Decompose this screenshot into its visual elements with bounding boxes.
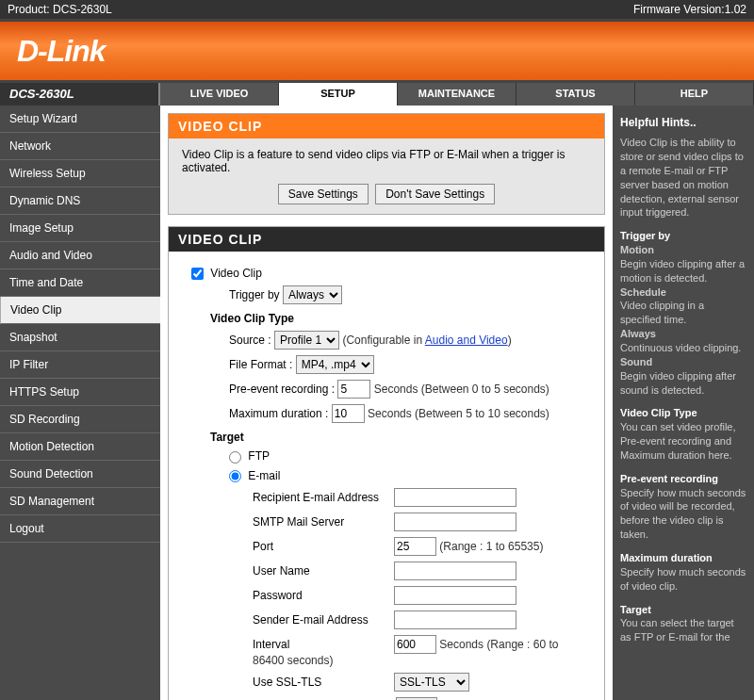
source-label: Source : xyxy=(229,334,271,347)
save-settings-button-top[interactable]: Save Settings xyxy=(278,184,369,204)
pre-event-input[interactable] xyxy=(337,380,370,399)
product-model: DCS-2630L xyxy=(53,3,112,16)
tab-maintenance[interactable]: MAINTENANCE xyxy=(398,83,516,106)
sidebar-item-sd-management[interactable]: SD Management xyxy=(0,488,160,515)
panel-intro: VIDEO CLIP Video Clip is a feature to se… xyxy=(168,113,605,215)
sidebar: Setup Wizard Network Wireless Setup Dyna… xyxy=(0,106,160,700)
banner: D-Link xyxy=(0,19,754,83)
target-email-radio[interactable] xyxy=(229,470,241,482)
target-ftp-label: FTP xyxy=(248,449,270,463)
source-select[interactable]: Profile 1 xyxy=(274,331,339,350)
trigger-by-label: Trigger by xyxy=(229,288,280,301)
ssl-label: Use SSL-TLS xyxy=(253,676,394,689)
port-hint: (Range : 1 to 65535) xyxy=(439,540,543,553)
sidebar-item-logout[interactable]: Logout xyxy=(0,515,160,543)
ssl-select[interactable]: SSL-TLS xyxy=(394,673,469,692)
port-input[interactable] xyxy=(394,537,436,556)
pre-event-hint: Seconds (Between 0 to 5 seconds) xyxy=(374,383,549,396)
sender-input[interactable] xyxy=(394,610,516,629)
panel-videoclip: VIDEO CLIP Video Clip Trigger by Always … xyxy=(168,226,605,700)
main: Setup Wizard Network Wireless Setup Dyna… xyxy=(0,106,754,700)
video-clip-checkbox[interactable] xyxy=(191,268,204,280)
trigger-by-select[interactable]: Always xyxy=(283,285,342,304)
hints-pre: Pre-event recording xyxy=(620,472,746,486)
sidebar-item-sound-detection[interactable]: Sound Detection xyxy=(0,461,160,488)
username-input[interactable] xyxy=(394,562,516,580)
tab-status[interactable]: STATUS xyxy=(516,83,635,106)
audio-and-video-link[interactable]: Audio and Video xyxy=(425,334,508,347)
content: VIDEO CLIP Video Clip is a feature to se… xyxy=(160,106,613,700)
sidebar-item-sd-recording[interactable]: SD Recording xyxy=(0,406,160,433)
panel-intro-header: VIDEO CLIP xyxy=(169,114,604,138)
target-heading: Target xyxy=(210,431,591,444)
recipient-input[interactable] xyxy=(394,488,516,507)
firmware-version: 1.02 xyxy=(725,3,746,16)
smtp-input[interactable] xyxy=(394,513,516,531)
password-input[interactable] xyxy=(394,586,516,605)
sidebar-item-snapshot[interactable]: Snapshot xyxy=(0,324,160,351)
target-ftp-radio[interactable] xyxy=(229,451,241,464)
video-clip-type-heading: Video Clip Type xyxy=(210,312,591,325)
target-email-label: E-mail xyxy=(248,469,280,482)
smtp-label: SMTP Mail Server xyxy=(253,515,394,529)
panel-videoclip-body: Video Clip Trigger by Always Video Clip … xyxy=(169,252,604,700)
nav-tabs: LIVE VIDEO SETUP MAINTENANCE STATUS HELP xyxy=(160,83,754,106)
tab-setup[interactable]: SETUP xyxy=(279,83,398,106)
product-label: Product: xyxy=(8,3,50,16)
max-duration-hint: Seconds (Between 5 to 10 seconds) xyxy=(368,407,549,420)
password-label: Password xyxy=(253,589,394,602)
sidebar-item-image-setup[interactable]: Image Setup xyxy=(0,215,160,242)
max-duration-input[interactable] xyxy=(332,404,365,423)
interval-label: Interval xyxy=(253,638,394,651)
sidebar-item-network[interactable]: Network xyxy=(0,133,160,160)
panel-videoclip-header: VIDEO CLIP xyxy=(169,227,604,252)
sidebar-item-wireless-setup[interactable]: Wireless Setup xyxy=(0,160,160,187)
hints-vct: Video Clip Type xyxy=(620,406,746,420)
video-clip-label: Video Clip xyxy=(210,267,261,280)
firmware-label: Firmware Version: xyxy=(633,3,725,16)
sidebar-item-time-and-date[interactable]: Time and Date xyxy=(0,269,160,297)
interval-input[interactable] xyxy=(394,635,436,654)
hints-p1: Video Clip is the ability to store or se… xyxy=(620,136,746,220)
panel-intro-body: Video Clip is a feature to send video cl… xyxy=(169,138,604,214)
dlink-logo: D-Link xyxy=(17,34,106,69)
recipient-label: Recipient E-mail Address xyxy=(253,491,394,504)
dont-save-settings-button-top[interactable]: Don't Save Settings xyxy=(375,184,495,204)
hints-title: Helpful Hints.. xyxy=(620,115,746,130)
nav-row: DCS-2630L LIVE VIDEO SETUP MAINTENANCE S… xyxy=(0,83,754,106)
intro-desc: Video Clip is a feature to send video cl… xyxy=(182,148,591,174)
sidebar-item-https-setup[interactable]: HTTPS Setup xyxy=(0,379,160,406)
sidebar-item-video-clip[interactable]: Video Clip xyxy=(0,297,160,324)
max-duration-label: Maximum duration : xyxy=(229,407,328,420)
file-format-select[interactable]: MP4, .mp4 xyxy=(296,355,374,374)
username-label: User Name xyxy=(253,564,394,578)
tab-help[interactable]: HELP xyxy=(635,83,754,106)
sidebar-item-motion-detection[interactable]: Motion Detection xyxy=(0,433,160,461)
sidebar-item-setup-wizard[interactable]: Setup Wizard xyxy=(0,106,160,133)
sidebar-item-ip-filter[interactable]: IP Filter xyxy=(0,351,160,379)
model-label: DCS-2630L xyxy=(0,83,160,106)
pre-event-label: Pre-event recording : xyxy=(229,383,335,396)
file-format-label: File Format : xyxy=(229,358,292,371)
port-label: Port xyxy=(253,540,394,553)
hints-max: Maximum duration xyxy=(620,551,746,565)
sidebar-item-audio-and-video[interactable]: Audio and Video xyxy=(0,242,160,269)
sidebar-item-dynamic-dns[interactable]: Dynamic DNS xyxy=(0,187,160,215)
hints-target: Target xyxy=(620,603,746,617)
hints-trigger-by: Trigger by xyxy=(620,229,746,243)
tab-live-video[interactable]: LIVE VIDEO xyxy=(160,83,279,106)
sender-label: Sender E-mail Address xyxy=(253,613,394,627)
top-bar: Product: DCS-2630L Firmware Version:1.02 xyxy=(0,0,754,19)
hints-column: Helpful Hints.. Video Clip is the abilit… xyxy=(613,106,754,700)
